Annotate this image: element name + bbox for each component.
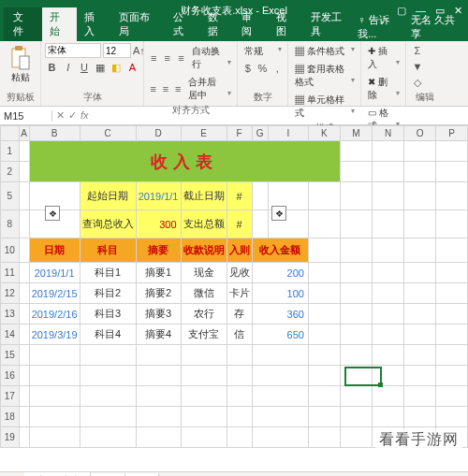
label-total-expense: 支出总额 [181,210,227,238]
row-header[interactable]: 2 [1,162,20,182]
col-summary: 摘要 [136,238,181,263]
value-total-expense: # [227,210,252,238]
table-row[interactable]: 12 2019/2/15科目2摘要2微信卡片100 [1,283,468,304]
ribbon: 粘贴 剪贴板 A↑ B I U ▦ ◧ A 字体 ≡ ≡ [0,41,468,107]
fill-button[interactable]: ▼ [410,59,425,74]
svg-rect-2 [20,56,29,69]
row-header[interactable]: 19 [1,427,20,448]
fx-icon[interactable]: fx [80,109,89,122]
increase-font-icon[interactable]: A↑ [133,43,145,58]
svg-rect-1 [15,46,22,50]
value-start-date[interactable]: 2019/1/1 [136,182,181,210]
value-total-income: 300 [136,210,181,238]
currency-icon[interactable]: $ [241,61,255,76]
col-date: 日期 [29,238,80,263]
name-box[interactable]: M15 [0,110,52,122]
sheet-tab[interactable]: 财务收支表 [24,472,91,477]
tab-insert[interactable]: 插入 [77,7,111,41]
row-header[interactable]: 8 [1,210,20,238]
tell-me[interactable]: ♀ 告诉我... [358,13,405,41]
table-row[interactable]: 14 2019/3/19科目4摘要4支付宝信650 [1,325,468,345]
label-start-date: 起始日期 [80,182,136,210]
fill-color-button[interactable]: ◧ [110,60,124,75]
window-title: 财务收支表.xlsx - Excel [181,4,287,18]
group-alignment: ≡ ≡ ≡ 自动换行 ≡ ≡ ≡ 合并后居中 对齐方式 [144,41,238,106]
worksheet-grid[interactable]: ABCDEFGIKMNOP 1 收入表 2 5 起始日期 2019/1/1 截止… [0,125,468,471]
row-header[interactable]: 5 [1,182,20,210]
table-row[interactable]: 13 2019/2/16科目3摘要3农行存360 [1,304,468,325]
row-header[interactable]: 16 [1,366,20,386]
sheet-tab[interactable]: 4月 [125,473,160,477]
font-name-input[interactable] [45,43,101,58]
clear-button[interactable]: ◇ [410,75,425,90]
col-subject: 科目 [80,238,136,263]
percent-icon[interactable]: % [256,61,270,76]
tab-developer[interactable]: 开发工具 [303,7,358,41]
group-number: 常规 $ % , 数字 [238,41,288,106]
sheet-tab-bar: ◂ ▸ 财务收支表 2月 4月 ⊕ [0,471,468,476]
row-header[interactable]: 15 [1,345,20,366]
column-headers[interactable]: ABCDEFGIKMNOP [1,126,468,141]
bold-button[interactable]: B [45,60,59,75]
merge-button[interactable]: 合并后居中 [185,74,233,104]
enter-icon[interactable]: ✓ [68,109,77,122]
font-color-button[interactable]: A [125,60,139,75]
label-end-date: 截止日期 [181,182,227,210]
tab-home[interactable]: 开始 [42,7,77,41]
row-header[interactable]: 10 [1,238,20,263]
align-middle-icon[interactable]: ≡ [162,50,174,65]
paste-icon [9,45,32,71]
align-center-icon[interactable]: ≡ [160,81,170,96]
underline-button[interactable]: U [77,60,91,75]
group-styles: ▦ 条件格式 ▦ 套用表格格式 ▦ 单元格样式 样式 [288,41,361,106]
cancel-icon[interactable]: ✕ [56,109,65,122]
label-total-income: 查询总收入 [80,210,136,238]
ribbon-tabs: 文件 开始 插入 页面布局 公式 数据 审阅 视图 开发工具 ♀ 告诉我... … [0,21,468,41]
conditional-format-button[interactable]: ▦ 条件格式 [292,43,357,60]
font-size-input[interactable] [103,43,131,58]
italic-button[interactable]: I [61,60,75,75]
col-amount: 收入金额 [252,238,308,263]
col-receipt: 收款说明 [181,238,227,263]
paste-button[interactable]: 粘贴 [4,43,37,86]
align-left-icon[interactable]: ≡ [148,81,158,96]
smart-tag-icon[interactable]: ❖ [45,206,60,221]
delete-cells-button[interactable]: ✖ 删除 [365,74,402,104]
align-top-icon[interactable]: ≡ [148,50,160,65]
row-header[interactable]: 18 [1,407,20,427]
table-row[interactable]: 11 2019/1/1科目1摘要1现金见收200 [1,263,468,283]
align-right-icon[interactable]: ≡ [173,81,183,96]
value-end-date[interactable]: # [227,182,252,210]
number-format-dropdown[interactable]: 常规 [241,43,284,60]
group-cells: ✚ 插入 ✖ 删除 ▭ 格式 单元格 [361,41,406,106]
sheet-tab[interactable]: 2月 [91,473,125,477]
sheet-title: 收入表 [29,141,340,182]
row-header[interactable]: 1 [1,141,20,162]
col-f: 入则 [227,238,252,263]
smart-tag-icon[interactable]: ❖ [271,206,286,221]
autosum-button[interactable]: Σ [410,43,425,58]
border-button[interactable]: ▦ [94,60,108,75]
table-format-button[interactable]: ▦ 套用表格格式 [292,61,357,91]
wrap-text-button[interactable]: 自动换行 [189,43,233,73]
align-bottom-icon[interactable]: ≡ [175,50,187,65]
group-editing: Σ ▼ ◇ 编辑 [406,41,444,106]
group-clipboard: 粘贴 剪贴板 [0,41,41,106]
signin[interactable]: 无名 久共享 [411,13,462,41]
insert-cells-button[interactable]: ✚ 插入 [365,43,402,73]
tab-page-layout[interactable]: 页面布局 [111,7,166,41]
watermark: 看看手游网 [375,429,462,451]
comma-icon[interactable]: , [271,61,284,76]
cell-styles-button[interactable]: ▦ 单元格样式 [292,92,357,122]
group-font: A↑ B I U ▦ ◧ A 字体 [41,41,144,106]
file-tab[interactable]: 文件 [4,7,42,41]
row-header[interactable]: 17 [1,386,20,407]
